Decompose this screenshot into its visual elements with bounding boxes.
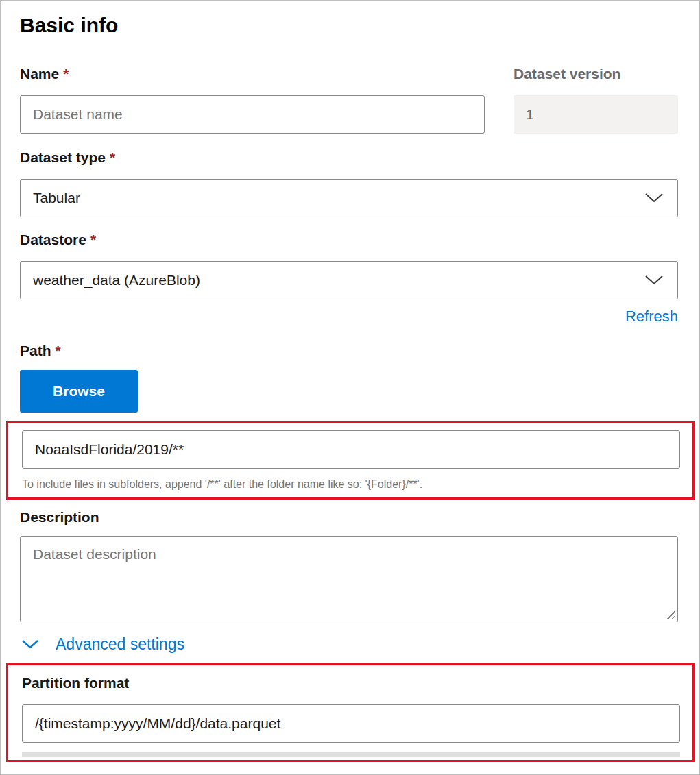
page-title: Basic info xyxy=(20,12,678,38)
chevron-down-icon xyxy=(644,275,664,286)
path-help-text: To include files in subfolders, append '… xyxy=(22,477,680,492)
description-field-wrap xyxy=(20,536,678,622)
refresh-row: Refresh xyxy=(20,307,678,326)
dataset-name-input[interactable] xyxy=(20,95,485,134)
name-field-group: Name* xyxy=(20,64,485,134)
advanced-settings-label: Advanced settings xyxy=(56,635,184,654)
required-asterisk: * xyxy=(56,343,61,358)
required-asterisk: * xyxy=(110,149,115,165)
version-field-group: Dataset version 1 xyxy=(514,64,678,134)
datastore-selected-value: weather_data (AzureBlob) xyxy=(33,272,200,288)
partition-format-label: Partition format xyxy=(22,674,680,693)
partition-format-input[interactable] xyxy=(22,704,680,743)
datastore-label: Datastore* xyxy=(20,230,678,249)
name-label: Name* xyxy=(20,64,485,84)
dataset-type-dropdown[interactable]: Tabular xyxy=(20,179,678,217)
path-input[interactable] xyxy=(22,430,680,469)
description-textarea[interactable] xyxy=(20,536,678,622)
required-asterisk: * xyxy=(63,66,69,82)
description-label: Description xyxy=(20,508,678,527)
refresh-link[interactable]: Refresh xyxy=(625,308,678,325)
partition-format-annotation-box: Partition format xyxy=(6,663,695,762)
browse-button[interactable]: Browse xyxy=(20,370,138,413)
dataset-version-label: Dataset version xyxy=(514,64,678,84)
required-asterisk: * xyxy=(90,232,96,247)
path-label: Path* xyxy=(20,341,678,360)
cropped-next-element-edge xyxy=(22,752,680,757)
advanced-settings-toggle[interactable]: Advanced settings xyxy=(20,634,184,654)
path-annotation-box: To include files in subfolders, append '… xyxy=(6,421,695,500)
chevron-down-icon xyxy=(21,639,39,650)
chevron-down-icon xyxy=(644,193,664,204)
dataset-type-selected-value: Tabular xyxy=(33,190,80,206)
basic-info-form: Basic info Name* Dataset version 1 Datas… xyxy=(1,1,699,762)
datastore-dropdown[interactable]: weather_data (AzureBlob) xyxy=(20,261,678,299)
name-version-row: Name* Dataset version 1 xyxy=(20,64,678,134)
dataset-type-label: Dataset type* xyxy=(20,148,678,167)
dataset-version-value: 1 xyxy=(514,95,678,134)
